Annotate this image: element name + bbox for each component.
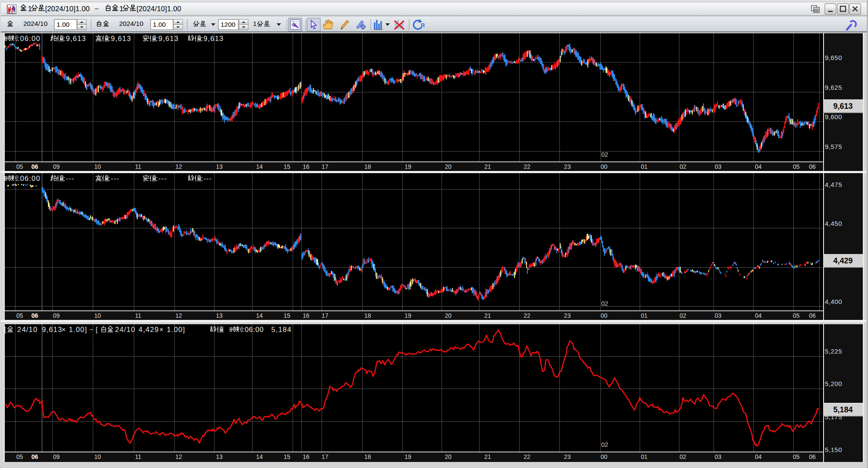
svg-text:1: 1 — [253, 20, 257, 27]
svg-text:21: 21 — [484, 453, 491, 460]
svg-text:16: 16 — [303, 312, 309, 319]
svg-text::9,613: :9,613 — [63, 35, 86, 42]
svg-text:05: 05 — [16, 312, 23, 319]
svg-text::---: :--- — [156, 174, 167, 182]
svg-text::---: :--- — [63, 174, 75, 182]
svg-text:R: R — [421, 22, 425, 28]
svg-text:15: 15 — [284, 312, 290, 319]
svg-text:1.00: 1.00 — [57, 21, 70, 28]
svg-text:4,429: 4,429 — [833, 256, 852, 265]
svg-text:17: 17 — [322, 163, 328, 170]
svg-text:19: 19 — [404, 312, 411, 319]
svg-text:23: 23 — [564, 453, 571, 460]
svg-text:1: 1 — [120, 5, 123, 13]
svg-text:09: 09 — [53, 453, 60, 460]
svg-text:19: 19 — [404, 453, 411, 460]
svg-text:18: 18 — [364, 312, 371, 319]
svg-text:20: 20 — [445, 453, 452, 460]
svg-text:1.00]: 1.00] — [167, 326, 186, 333]
svg-text:4,475: 4,475 — [825, 181, 842, 188]
svg-text:05: 05 — [793, 163, 800, 170]
svg-text::9,613: :9,613 — [201, 35, 224, 42]
svg-text:1200: 1200 — [221, 21, 236, 28]
svg-text:06: 06 — [809, 312, 816, 319]
svg-text:04: 04 — [755, 312, 762, 319]
svg-text:01: 01 — [641, 312, 648, 319]
svg-text:4,400: 4,400 — [825, 298, 842, 305]
svg-text:11: 11 — [135, 312, 142, 319]
svg-text:11: 11 — [135, 453, 142, 460]
svg-text:9,613: 9,613 — [833, 102, 852, 111]
svg-text:4,450: 4,450 — [825, 220, 842, 227]
svg-text:22: 22 — [524, 312, 530, 319]
svg-text:06: 06 — [32, 163, 38, 170]
svg-text:18: 18 — [364, 453, 371, 460]
svg-text:02: 02 — [601, 151, 608, 158]
svg-text:×: × — [159, 326, 164, 333]
svg-text:15: 15 — [284, 163, 290, 170]
svg-text:03: 03 — [715, 453, 722, 460]
svg-text:01: 01 — [641, 453, 648, 460]
svg-text:[2024/10]1.00: [2024/10]1.00 — [45, 5, 90, 13]
svg-text:02: 02 — [680, 453, 687, 460]
svg-text::9,613: :9,613 — [156, 35, 179, 42]
svg-text:04: 04 — [755, 163, 762, 170]
svg-text:9,575: 9,575 — [825, 143, 842, 150]
svg-text:[2024/10]1.00: [2024/10]1.00 — [136, 5, 181, 13]
svg-text:23: 23 — [564, 163, 571, 170]
svg-text::06:00: :06:00 — [18, 35, 41, 42]
svg-text:20: 20 — [445, 163, 452, 170]
svg-text:1.00: 1.00 — [153, 21, 166, 28]
svg-text:12: 12 — [175, 453, 182, 460]
svg-text:18: 18 — [364, 163, 371, 170]
svg-text:00: 00 — [601, 312, 608, 319]
svg-text:00: 00 — [601, 163, 608, 170]
svg-text:23: 23 — [564, 312, 571, 319]
svg-text:−: − — [95, 5, 99, 13]
svg-text:06: 06 — [809, 163, 816, 170]
svg-text:00: 00 — [601, 453, 608, 460]
svg-text:9,650: 9,650 — [825, 54, 842, 61]
svg-text:[: [ — [96, 326, 98, 333]
svg-text:05: 05 — [16, 453, 23, 460]
svg-text:06: 06 — [32, 453, 38, 460]
svg-text:1.00]: 1.00] — [69, 326, 88, 333]
svg-text:02: 02 — [680, 163, 687, 170]
svg-text::---: :--- — [108, 174, 120, 182]
svg-text:10: 10 — [94, 312, 101, 319]
svg-text:5,150: 5,150 — [825, 446, 842, 453]
svg-text:22: 22 — [524, 163, 530, 170]
svg-text:09: 09 — [53, 163, 60, 170]
svg-text:−: − — [89, 326, 94, 333]
svg-text:02: 02 — [680, 312, 687, 319]
svg-text:4,429: 4,429 — [139, 326, 159, 333]
svg-text:10: 10 — [94, 453, 101, 460]
svg-text::06:00: :06:00 — [18, 174, 41, 182]
svg-text:5,184: 5,184 — [833, 405, 852, 414]
svg-text:06: 06 — [809, 453, 816, 460]
svg-text:17: 17 — [322, 453, 328, 460]
svg-text:03: 03 — [715, 312, 722, 319]
svg-text::06:00: :06:00 — [243, 326, 264, 333]
svg-text:04: 04 — [755, 453, 762, 460]
svg-text:16: 16 — [303, 453, 309, 460]
svg-text:14: 14 — [256, 453, 263, 460]
svg-text:20: 20 — [445, 312, 452, 319]
svg-text:21: 21 — [484, 163, 491, 170]
svg-text:05: 05 — [16, 163, 23, 170]
svg-text:02: 02 — [601, 300, 608, 307]
svg-text:14: 14 — [256, 163, 263, 170]
svg-text:9,625: 9,625 — [825, 84, 842, 91]
svg-text:10: 10 — [94, 163, 101, 170]
svg-text:01: 01 — [641, 163, 648, 170]
svg-text:06: 06 — [32, 312, 38, 319]
svg-text:17: 17 — [322, 312, 328, 319]
svg-text:15: 15 — [284, 453, 290, 460]
svg-text:14: 14 — [256, 312, 263, 319]
svg-text:11: 11 — [135, 163, 142, 170]
svg-text:5,184: 5,184 — [271, 326, 292, 333]
svg-text:9,600: 9,600 — [825, 113, 842, 120]
svg-text:9,613: 9,613 — [42, 326, 62, 333]
svg-text:12: 12 — [175, 312, 182, 319]
svg-text::9,613: :9,613 — [108, 35, 131, 42]
